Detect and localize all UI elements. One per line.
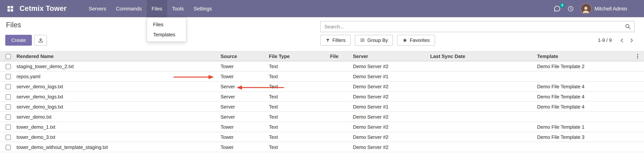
nav-item-settings[interactable]: Settings: [189, 0, 217, 17]
cell-file-type[interactable]: Text: [268, 71, 328, 81]
cell-server[interactable]: Demo Server #2: [352, 122, 429, 132]
cell-template[interactable]: Demo File Template 4: [536, 102, 644, 112]
cell-server[interactable]: Demo Server #2: [352, 91, 429, 102]
cell-last-sync-date[interactable]: [429, 81, 536, 91]
cell-file-type[interactable]: Text: [268, 122, 328, 132]
row-checkbox[interactable]: [6, 135, 11, 140]
cell-file[interactable]: [328, 112, 352, 122]
cell-server[interactable]: Demo Server #2: [352, 132, 429, 142]
cell-rendered-name[interactable]: repos.yaml: [15, 71, 219, 81]
cell-last-sync-date[interactable]: [429, 132, 536, 142]
table-row[interactable]: tower_demo_without_template_staging.txtT…: [0, 142, 644, 152]
cell-template[interactable]: Demo File Template 4: [536, 81, 644, 91]
cell-server[interactable]: Demo Server #1: [352, 71, 429, 81]
cell-file[interactable]: [328, 81, 352, 91]
cell-source[interactable]: Server: [219, 102, 268, 112]
column-header-file-type[interactable]: File Type: [268, 51, 328, 61]
cell-server[interactable]: Demo Server #2: [352, 61, 429, 71]
cell-file[interactable]: [328, 91, 352, 102]
cell-server[interactable]: Demo Server #2: [352, 142, 429, 152]
cell-file[interactable]: [328, 142, 352, 152]
cell-last-sync-date[interactable]: [429, 71, 536, 81]
table-row[interactable]: repos.yamlTowerTextDemo Server #1: [0, 71, 644, 81]
cell-file[interactable]: [328, 132, 352, 142]
nav-item-commands[interactable]: Commands: [111, 0, 147, 17]
table-row[interactable]: tower_demo_3.txtTowerTextDemo Server #2D…: [0, 132, 644, 142]
search-icon[interactable]: [622, 24, 634, 30]
cell-template[interactable]: [536, 71, 644, 81]
user-name[interactable]: Mitchell Admin: [594, 6, 627, 11]
cell-template[interactable]: Demo File Template 4: [536, 91, 644, 102]
column-header-last-sync-date[interactable]: Last Sync Date: [429, 51, 536, 61]
cell-source[interactable]: Tower: [219, 132, 268, 142]
cell-file-type[interactable]: Text: [268, 142, 328, 152]
pager-next-button[interactable]: [627, 38, 636, 43]
nav-item-files[interactable]: FilesFilesTemplates: [147, 0, 167, 17]
cell-file[interactable]: [328, 122, 352, 132]
row-checkbox[interactable]: [6, 74, 11, 79]
select-all-checkbox[interactable]: [6, 54, 11, 59]
cell-server[interactable]: Demo Server #2: [352, 112, 429, 122]
cell-source[interactable]: Tower: [219, 142, 268, 152]
column-header-file[interactable]: File: [328, 51, 352, 61]
cell-file[interactable]: [328, 61, 352, 71]
cell-template[interactable]: Demo File Template 3: [536, 132, 644, 142]
row-checkbox[interactable]: [6, 145, 11, 150]
cell-file-type[interactable]: Text: [268, 132, 328, 142]
cell-file-type[interactable]: Text: [268, 102, 328, 112]
row-checkbox[interactable]: [6, 114, 11, 120]
apps-menu-button[interactable]: [4, 0, 16, 17]
pager-previous-button[interactable]: [617, 38, 627, 43]
cell-source[interactable]: Tower: [219, 71, 268, 81]
cell-rendered-name[interactable]: server_demo_logs.txt: [15, 81, 219, 91]
messages-button[interactable]: 4: [554, 5, 561, 12]
cell-template[interactable]: Demo File Template 1: [536, 122, 644, 132]
cell-last-sync-date[interactable]: [429, 112, 536, 122]
cell-rendered-name[interactable]: server_demo_logs.txt: [15, 102, 219, 112]
user-avatar[interactable]: [580, 3, 592, 14]
table-row[interactable]: server_demo.txtServerTextDemo Server #2: [0, 112, 644, 122]
cell-rendered-name[interactable]: server_demo.txt: [15, 112, 219, 122]
app-brand[interactable]: Cetmix Tower: [20, 4, 66, 13]
cell-file-type[interactable]: Text: [268, 112, 328, 122]
row-checkbox[interactable]: [6, 64, 11, 69]
table-row[interactable]: server_demo_logs.txtServerTextDemo Serve…: [0, 81, 644, 91]
cell-file[interactable]: [328, 102, 352, 112]
column-options-toggle[interactable]: ⋮: [635, 54, 640, 59]
cell-source[interactable]: Server: [219, 91, 268, 102]
cell-last-sync-date[interactable]: [429, 142, 536, 152]
cell-server[interactable]: Demo Server #1: [352, 102, 429, 112]
column-header-template[interactable]: Template ⋮: [536, 51, 644, 61]
dropdown-item-files[interactable]: Files: [147, 19, 186, 30]
cell-file-type[interactable]: Text: [268, 61, 328, 71]
nav-item-tools[interactable]: Tools: [167, 0, 189, 17]
cell-last-sync-date[interactable]: [429, 102, 536, 112]
export-button[interactable]: [34, 35, 47, 46]
row-checkbox[interactable]: [6, 84, 11, 89]
cell-template[interactable]: Demo File Template 2: [536, 61, 644, 71]
nav-item-servers[interactable]: Servers: [84, 0, 111, 17]
cell-rendered-name[interactable]: tower_demo_without_template_staging.txt: [15, 142, 219, 152]
cell-file-type[interactable]: Text: [268, 91, 328, 102]
cell-source[interactable]: Server: [219, 112, 268, 122]
column-header-rendered-name[interactable]: Rendered Name: [15, 51, 219, 61]
row-checkbox[interactable]: [6, 94, 11, 99]
table-row[interactable]: server_demo_logs.txtServerTextDemo Serve…: [0, 91, 644, 102]
favorites-button[interactable]: Favorites: [398, 35, 435, 46]
activities-button[interactable]: [568, 5, 574, 12]
column-header-source[interactable]: Source: [219, 51, 268, 61]
cell-source[interactable]: Tower: [219, 61, 268, 71]
cell-rendered-name[interactable]: tower_demo_1.txt: [15, 122, 219, 132]
cell-rendered-name[interactable]: tower_demo_3.txt: [15, 132, 219, 142]
cell-last-sync-date[interactable]: [429, 61, 536, 71]
dropdown-item-templates[interactable]: Templates: [147, 30, 186, 40]
cell-rendered-name[interactable]: staging_tower_demo_2.txt: [15, 61, 219, 71]
cell-file[interactable]: [328, 71, 352, 81]
filters-button[interactable]: Filters: [320, 35, 351, 46]
row-checkbox[interactable]: [6, 125, 11, 130]
column-header-server[interactable]: Server: [352, 51, 429, 61]
cell-template[interactable]: [536, 112, 644, 122]
cell-last-sync-date[interactable]: [429, 91, 536, 102]
cell-server[interactable]: Demo Server #2: [352, 81, 429, 91]
table-row[interactable]: tower_demo_1.txtTowerTextDemo Server #2D…: [0, 122, 644, 132]
